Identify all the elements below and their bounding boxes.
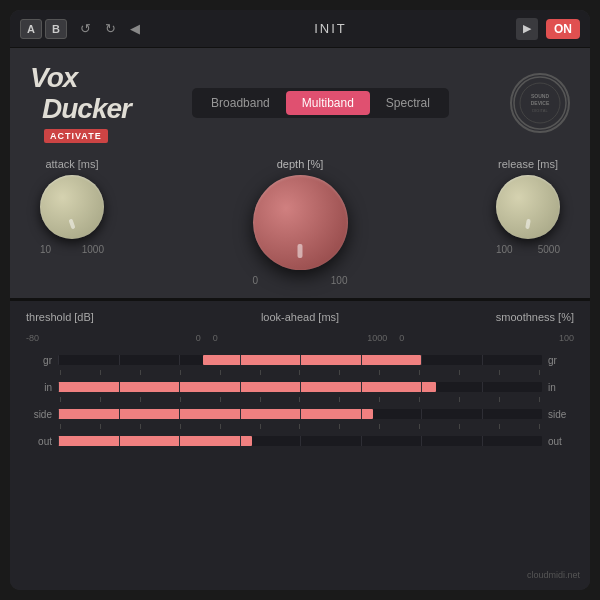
out-label-left: out xyxy=(24,436,52,447)
depth-knob-group: depth [%] 0 100 xyxy=(253,158,348,286)
smoothness-col-label: smoothness [%] xyxy=(391,311,574,323)
mode-buttons: Broadband Multiband Spectral xyxy=(192,88,449,118)
smoothness-scale-max: 100 xyxy=(559,333,574,343)
svg-text:DIGITAL: DIGITAL xyxy=(532,108,548,113)
btn-b[interactable]: B xyxy=(45,19,67,39)
in-label-right: in xyxy=(548,382,576,393)
attack-label: attack [ms] xyxy=(45,158,98,170)
release-knob-group: release [ms] 100 5000 xyxy=(496,158,560,255)
gr-label-left: gr xyxy=(24,355,52,366)
attack-range: 10 1000 xyxy=(40,244,104,255)
smoothness-slider-group: 0 100 xyxy=(397,331,576,343)
side-meter-row: side side xyxy=(24,409,576,420)
lookahead-slider-group: 0 1000 xyxy=(211,331,390,343)
out-label-right: out xyxy=(548,436,576,447)
release-max: 5000 xyxy=(538,244,560,255)
preset-area: INIT xyxy=(153,21,508,36)
release-range: 100 5000 xyxy=(496,244,560,255)
tick-row-1 xyxy=(24,370,576,378)
tick-row-2 xyxy=(24,397,576,405)
gr-meter-fill xyxy=(203,355,421,365)
gr-meter-row: gr gr xyxy=(24,355,576,366)
mode-spectral[interactable]: Spectral xyxy=(370,91,446,115)
lookahead-col-label: look-ahead [ms] xyxy=(209,311,392,323)
out-meter-row: out out xyxy=(24,436,576,447)
ab-buttons: A B xyxy=(20,19,67,39)
lookahead-scale-max: 1000 xyxy=(367,333,387,343)
attack-max: 1000 xyxy=(82,244,104,255)
lookahead-scale: 0 1000 xyxy=(211,333,390,343)
top-bar: A B ↺ ↻ ◀ INIT ▶ ON xyxy=(10,10,590,48)
release-knob-indicator xyxy=(525,218,531,229)
on-button[interactable]: ON xyxy=(546,19,580,39)
tick-bar-3 xyxy=(58,424,542,432)
release-label: release [ms] xyxy=(498,158,558,170)
side-meter-bar xyxy=(58,409,542,419)
top-bar-icons: ↺ ↻ ◀ xyxy=(75,19,145,39)
smoothness-scale-min: 0 xyxy=(399,333,404,343)
side-label-left: side xyxy=(24,409,52,420)
lookahead-scale-min: 0 xyxy=(213,333,218,343)
svg-text:SOUND: SOUND xyxy=(531,93,549,99)
threshold-slider-group: -80 0 xyxy=(24,331,203,343)
out-meter-bar xyxy=(58,436,542,446)
preset-name: INIT xyxy=(314,21,347,36)
watermark: cloudmidi.net xyxy=(527,564,580,582)
threshold-scale-min: -80 xyxy=(26,333,39,343)
smoothness-scale: 0 100 xyxy=(397,333,576,343)
d7 xyxy=(421,355,482,365)
lower-section: threshold [dB] look-ahead [ms] smoothnes… xyxy=(10,301,590,590)
plugin-container: A B ↺ ↻ ◀ INIT ▶ ON Vox Ducker ACTIVATE xyxy=(10,10,590,590)
d8 xyxy=(482,355,543,365)
main-section: Vox Ducker ACTIVATE Broadband Multiband … xyxy=(10,48,590,298)
meter-section: gr gr xyxy=(24,355,576,447)
svg-text:DEVICE: DEVICE xyxy=(531,100,550,106)
logo-ducker: Ducker xyxy=(42,94,131,125)
logo-vox: Vox xyxy=(30,63,131,94)
control-sliders-row: -80 0 0 1000 xyxy=(24,331,576,343)
side-meter-fill xyxy=(58,409,373,419)
d1 xyxy=(58,355,119,365)
side-label-right: side xyxy=(548,409,576,420)
depth-knob[interactable] xyxy=(253,175,348,270)
sounddevice-logo: SOUND DEVICE DIGITAL xyxy=(510,73,570,133)
release-min: 100 xyxy=(496,244,513,255)
attack-min: 10 xyxy=(40,244,51,255)
depth-knob-indicator xyxy=(298,244,303,258)
depth-min: 0 xyxy=(253,275,259,286)
attack-knob-indicator xyxy=(68,218,75,229)
depth-label: depth [%] xyxy=(277,158,323,170)
threshold-scale: -80 0 xyxy=(24,333,203,343)
redo-icon[interactable]: ↻ xyxy=(100,19,120,39)
knobs-row: attack [ms] 10 1000 depth [%] 0 100 xyxy=(30,153,570,286)
sliders-header: threshold [dB] look-ahead [ms] smoothnes… xyxy=(24,311,576,323)
tick-row-3 xyxy=(24,424,576,432)
threshold-scale-mid: 0 xyxy=(196,333,201,343)
threshold-col-label: threshold [dB] xyxy=(26,311,209,323)
in-meter-bar xyxy=(58,382,542,392)
btn-a[interactable]: A xyxy=(20,19,42,39)
attack-knob[interactable] xyxy=(40,175,104,239)
tick-bar-1 xyxy=(58,370,542,378)
depth-max: 100 xyxy=(331,275,348,286)
gr-label-right: gr xyxy=(548,355,576,366)
header-row: Vox Ducker ACTIVATE Broadband Multiband … xyxy=(30,63,570,143)
d2 xyxy=(119,355,180,365)
activate-badge[interactable]: ACTIVATE xyxy=(44,129,108,143)
in-meter-fill xyxy=(58,382,436,392)
attack-knob-group: attack [ms] 10 1000 xyxy=(40,158,104,255)
in-meter-row: in in xyxy=(24,382,576,393)
play-button[interactable]: ▶ xyxy=(516,18,538,40)
gr-meter-bar xyxy=(58,355,542,365)
prev-preset-icon[interactable]: ◀ xyxy=(125,19,145,39)
out-meter-fill xyxy=(58,436,252,446)
undo-icon[interactable]: ↺ xyxy=(75,19,95,39)
depth-range: 0 100 xyxy=(253,275,348,286)
in-label-left: in xyxy=(24,382,52,393)
mode-broadband[interactable]: Broadband xyxy=(195,91,286,115)
mode-multiband[interactable]: Multiband xyxy=(286,91,370,115)
logo-area: Vox Ducker ACTIVATE xyxy=(30,63,131,143)
release-knob[interactable] xyxy=(496,175,560,239)
watermark-text: cloudmidi.net xyxy=(527,570,580,580)
tick-bar-2 xyxy=(58,397,542,405)
